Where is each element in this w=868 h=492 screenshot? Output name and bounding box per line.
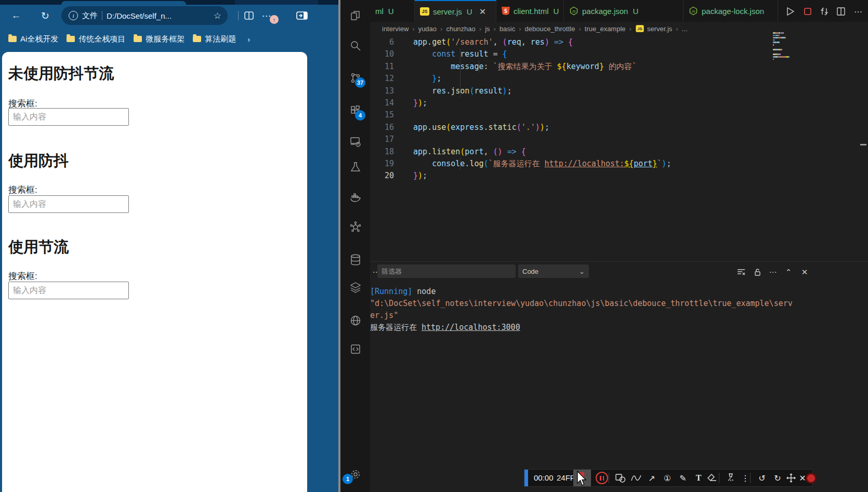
app-logo[interactable] [804,471,818,485]
docker-icon[interactable] [348,190,363,205]
breadcrumb-item[interactable]: yudao [418,25,437,33]
database-icon[interactable] [348,252,363,268]
minimap[interactable] [773,32,804,63]
browser-active-tab[interactable] [61,1,186,5]
breadcrumb-item[interactable]: basic [499,25,515,33]
breadcrumb-separator: › [578,25,581,33]
scrollbar-marker[interactable] [860,144,866,145]
laser-icon[interactable] [724,471,738,485]
toolbar-separator [719,473,719,483]
maximize-panel-icon[interactable]: ⌃ [782,266,795,278]
breadcrumb-item[interactable]: JSserver.js [635,24,672,33]
bookmark-item[interactable]: 传统全栈项目 [67,34,125,44]
browser-tab-strip [0,0,338,5]
modified-indicator: U [633,7,638,16]
panel-actions-more-icon[interactable]: ⋯ [767,266,779,278]
output-filter-input[interactable] [377,264,516,278]
remote-icon[interactable] [348,134,363,150]
tab-label: package.json [582,7,628,16]
output-line: [Running] node [370,286,436,298]
line-number: 10 [370,48,394,60]
pause-icon[interactable] [595,471,609,485]
address-bar[interactable]: i 文件 D:/DocSet/self_n... ☆ [61,6,228,25]
tab-client-html[interactable]: 5client.htmlU [496,0,564,22]
url-protocol: 文件 [82,11,98,21]
kubernetes-icon[interactable] [348,219,363,235]
split-editor-icon[interactable] [834,5,848,18]
breadcrumb-separator: › [519,25,521,33]
close-panel-icon[interactable]: ✕ [798,266,811,278]
browser-inactive-tab[interactable] [235,0,318,5]
search-input[interactable] [8,108,129,126]
layers-icon[interactable] [348,280,363,295]
favorite-star-icon[interactable]: ☆ [214,10,221,21]
source-control-icon[interactable]: 37 [348,70,363,86]
rerun-icon[interactable] [818,5,831,18]
bookmark-item[interactable]: 算法刷题 [193,34,236,44]
breadcrumb-item[interactable]: true_example [585,25,626,33]
line-number: 14 [370,97,394,109]
minimap-line [779,35,780,36]
minimap-line [774,39,775,41]
record-time: 00:00 [534,470,554,486]
eraser-icon[interactable] [705,471,719,485]
modified-indicator: U [388,7,394,16]
run-icon[interactable] [783,5,797,18]
arrow-icon[interactable]: ↗ [645,471,659,485]
output-channel-select[interactable]: Code ⌄ [518,264,589,278]
tab-ml[interactable]: mlU [370,0,415,22]
breadcrumb-item[interactable]: ... [682,25,688,33]
clear-output-icon[interactable] [735,266,747,278]
toolbar-separator [750,473,751,483]
breadcrumb-item[interactable]: chunzhao [446,25,475,33]
line-number: 20 [370,170,394,182]
globe-icon[interactable] [348,313,363,328]
split-screen-icon[interactable] [241,8,257,23]
testing-icon[interactable] [348,159,363,175]
breadcrumb-item[interactable]: js [485,25,490,33]
tab-package-json[interactable]: JSpackage.jsonU [564,0,683,22]
plugin-icon[interactable] [348,341,363,357]
search-icon[interactable] [348,38,363,54]
line-number: 19 [370,158,394,170]
bookmark-item[interactable]: Ai全栈开发 [8,34,58,44]
number-icon[interactable]: ① [661,471,674,485]
output-line: er.js" [370,310,398,322]
tab-package-lock-json[interactable]: JSpackage-lock.json [683,0,778,22]
search-input[interactable] [8,195,129,213]
tab-server-js[interactable]: JSserver.jsU✕ [415,0,496,22]
code-line: 16app.use(express.static('.')); [370,122,868,134]
folder-icon [134,36,142,42]
search-label: 搜索框: [8,184,37,196]
back-icon[interactable]: ← [8,8,24,23]
close-tab-icon[interactable]: ✕ [479,7,486,17]
undo-icon[interactable]: ↺ [755,471,769,485]
unlock-icon[interactable] [751,266,764,278]
code-editor[interactable]: 6app.get('/search', (req, res) => {10 co… [370,35,868,261]
stop-icon[interactable] [801,5,814,18]
bookmarks-overflow-chevron-icon[interactable]: › [247,35,250,44]
screen-recorder-toolbar: 00:00 24FPS ↗①✎T⋮↺↻✕ [524,469,813,487]
explorer-icon[interactable] [348,8,363,23]
freehand-icon[interactable] [629,471,643,485]
shapes-icon[interactable] [614,471,627,485]
code-text: }); [413,97,427,109]
bookmark-label: 微服务框架 [146,34,185,44]
code-text: app.get('/search', (req, res) => { [413,36,573,48]
code-text: app.use(express.static('.')); [413,122,549,134]
pencil-icon[interactable]: ✎ [676,471,690,485]
refresh-icon[interactable]: ↻ [37,8,53,23]
extensions-icon[interactable]: 4 [348,103,363,118]
bookmark-item[interactable]: 微服务框架 [134,34,185,44]
search-input[interactable] [8,282,129,299]
page-info-icon[interactable]: i [69,11,78,20]
more-icon[interactable]: ⋯ [851,5,865,18]
settings-gear-icon[interactable]: 1 [348,467,363,482]
indent-guide [479,61,479,73]
redo-icon[interactable]: ↻ [771,471,784,485]
breadcrumb-item[interactable]: interview [382,25,409,33]
minimap-line [783,32,784,34]
line-number: 6 [370,36,394,48]
text-icon[interactable]: T [692,471,705,485]
breadcrumb-item[interactable]: debouce_throttle [525,25,575,33]
